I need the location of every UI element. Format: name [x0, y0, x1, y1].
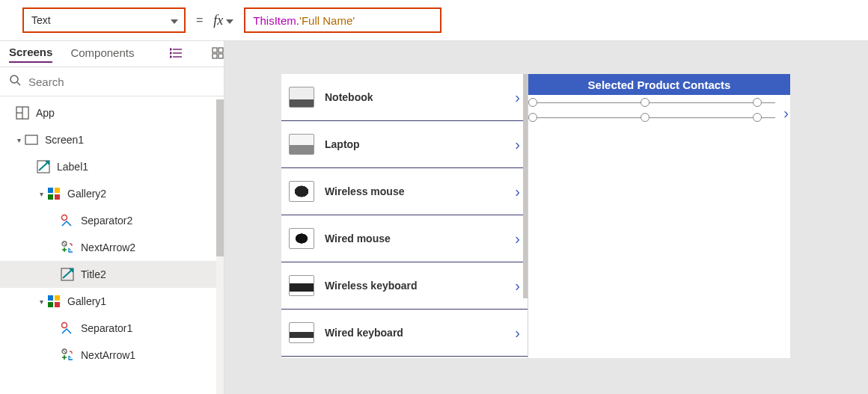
item-label: Wired keyboard	[325, 327, 504, 339]
formula-token-thisitem: ThisItem	[253, 14, 296, 27]
item-image	[289, 322, 314, 343]
selection-handle[interactable]	[641, 113, 650, 122]
svg-rect-8	[213, 54, 217, 58]
tree-node-gallery2[interactable]: Gallery2	[0, 180, 224, 207]
tree-node-label1[interactable]: Label1	[0, 153, 224, 180]
svg-rect-31	[48, 302, 53, 307]
tree-node-separator1[interactable]: Separator1	[0, 315, 224, 342]
property-selector[interactable]: Text	[22, 7, 186, 33]
list-item[interactable]: Wireless mouse	[281, 168, 528, 215]
list-item[interactable]: Wireless keyboard	[281, 262, 528, 310]
formula-token-prop: 'Full Name'	[299, 14, 355, 27]
nextarrow-icon	[60, 348, 75, 363]
tree-label: Gallery2	[67, 188, 106, 200]
svg-point-33	[62, 323, 67, 328]
chevron-right-icon[interactable]	[515, 278, 520, 294]
gallery2-preview[interactable]: Selected Product Contacts	[528, 74, 790, 358]
tree-label: NextArrow2	[81, 241, 135, 253]
search-row	[0, 67, 224, 96]
fx-label: fx	[213, 13, 223, 28]
tree-node-nextarrow2[interactable]: NextArrow2	[0, 234, 224, 261]
chevron-right-icon[interactable]	[515, 90, 520, 105]
svg-point-4	[170, 52, 171, 54]
selection-line	[533, 102, 775, 103]
tab-components[interactable]: Components	[70, 46, 134, 62]
tree-node-separator2[interactable]: Separator2	[0, 207, 224, 234]
tree-list-icon[interactable]	[170, 48, 183, 61]
gallery-scrollbar-thumb[interactable]	[523, 74, 528, 298]
svg-rect-18	[48, 188, 53, 193]
selection-handle[interactable]	[528, 113, 537, 122]
chevron-right-icon[interactable]	[515, 184, 520, 200]
selection-line	[533, 117, 775, 118]
selected-template[interactable]	[528, 95, 790, 131]
gallery1-preview[interactable]: Notebook Laptop Wireless mouse Wired mou…	[281, 74, 528, 358]
tree-node-nextarrow1[interactable]: NextArrow1	[0, 342, 224, 369]
tree-label: App	[36, 107, 55, 119]
main: Screens Components App	[0, 41, 868, 394]
contacts-header: Selected Product Contacts	[528, 74, 790, 95]
tree-grid-icon[interactable]	[212, 47, 224, 61]
label-icon	[36, 159, 51, 174]
item-label: Wireless keyboard	[325, 280, 504, 292]
list-item[interactable]: Notebook	[281, 74, 528, 121]
tree-node-app[interactable]: App	[0, 99, 224, 126]
svg-line-11	[17, 82, 20, 85]
label-icon	[60, 267, 75, 282]
svg-rect-7	[218, 48, 223, 52]
svg-line-28	[63, 270, 72, 278]
tree-label: Label1	[57, 161, 88, 173]
svg-rect-15	[25, 135, 37, 144]
item-image	[289, 228, 314, 249]
tab-screens[interactable]: Screens	[9, 46, 52, 63]
item-image	[289, 275, 314, 296]
search-icon	[9, 74, 21, 89]
tree-label: Gallery1	[67, 295, 106, 307]
item-label: Wireless mouse	[325, 185, 504, 197]
svg-point-10	[10, 76, 18, 83]
tree-panel: Screens Components App	[0, 41, 224, 394]
tree-label: Separator1	[81, 322, 132, 334]
tree-label: Separator2	[81, 215, 132, 227]
search-input[interactable]	[28, 76, 215, 88]
chevron-down-icon	[171, 14, 178, 26]
selection-handle[interactable]	[753, 98, 762, 107]
gallery-icon	[46, 186, 61, 201]
svg-rect-32	[55, 302, 60, 307]
svg-rect-29	[48, 295, 53, 301]
screen-stage[interactable]: Notebook Laptop Wireless mouse Wired mou…	[281, 74, 790, 358]
expander-icon[interactable]	[36, 298, 46, 306]
selection-handle[interactable]	[753, 113, 762, 122]
tree-view: App Screen1 Label1 Gallery	[0, 96, 224, 394]
svg-point-3	[170, 49, 171, 50]
gallery-icon	[46, 294, 61, 309]
expander-icon[interactable]	[36, 190, 46, 198]
list-item[interactable]: Wired mouse	[281, 215, 528, 262]
svg-rect-21	[55, 194, 60, 200]
chevron-right-icon[interactable]	[783, 105, 789, 121]
list-item[interactable]: Wired keyboard	[281, 310, 528, 357]
svg-line-17	[39, 162, 48, 170]
chevron-right-icon[interactable]	[515, 137, 520, 153]
selection-handle[interactable]	[528, 98, 537, 107]
selection-handle[interactable]	[641, 98, 650, 107]
tree-node-gallery1[interactable]: Gallery1	[0, 288, 224, 315]
tree-label: Title2	[81, 268, 106, 280]
tree-label: NextArrow1	[81, 349, 135, 361]
list-item[interactable]: Laptop	[281, 121, 528, 168]
formula-bar: Text = fx ThisItem.'Full Name'	[0, 0, 868, 41]
chevron-right-icon[interactable]	[515, 231, 520, 247]
svg-rect-6	[213, 48, 217, 52]
svg-rect-20	[48, 194, 53, 200]
tree-scrollbar-thumb[interactable]	[216, 99, 224, 256]
tree-node-title2[interactable]: Title2	[0, 261, 224, 288]
canvas[interactable]: Notebook Laptop Wireless mouse Wired mou…	[224, 41, 868, 394]
svg-point-5	[170, 56, 171, 58]
gallery-scrollbar[interactable]	[523, 74, 528, 358]
chevron-right-icon[interactable]	[515, 325, 520, 341]
expander-icon[interactable]	[13, 136, 24, 144]
tree-node-screen1[interactable]: Screen1	[0, 126, 224, 153]
fx-chevron-icon[interactable]	[226, 13, 233, 27]
tree-scrollbar[interactable]	[216, 99, 224, 394]
formula-input[interactable]: ThisItem.'Full Name'	[244, 7, 441, 33]
